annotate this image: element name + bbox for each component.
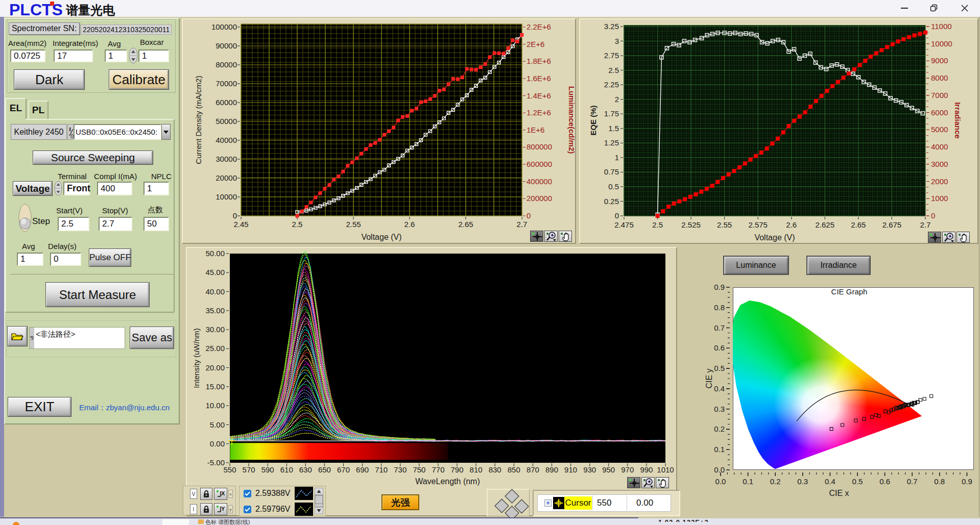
svg-text:45.00: 45.00 (205, 268, 225, 277)
svg-text:0.2: 0.2 (770, 477, 781, 486)
svg-text:0: 0 (615, 211, 619, 220)
svg-text:0.7: 0.7 (714, 323, 725, 332)
svg-text:1010: 1010 (657, 465, 674, 474)
svg-text:910: 910 (564, 465, 577, 474)
svg-text:7000: 7000 (931, 91, 948, 99)
svg-text:0.4: 0.4 (825, 477, 835, 486)
svg-text:0.7: 0.7 (907, 477, 918, 486)
svg-text:0.8: 0.8 (934, 477, 945, 486)
svg-text:3.25: 3.25 (604, 22, 619, 31)
svg-text:0: 0 (527, 211, 531, 220)
svg-text:0.6: 0.6 (714, 343, 725, 352)
svg-text:20000: 20000 (216, 173, 237, 182)
svg-text:2.5: 2.5 (292, 220, 303, 229)
svg-text:0.9: 0.9 (714, 283, 725, 291)
svg-text:2.2E+6: 2.2E+6 (527, 22, 551, 31)
svg-text:2.65: 2.65 (851, 220, 866, 229)
svg-text:CIE Graph: CIE Graph (831, 287, 868, 296)
svg-text:2000: 2000 (931, 177, 948, 186)
svg-text:X: X (221, 490, 225, 496)
svg-text:0.5: 0.5 (852, 477, 863, 486)
svg-text:0.00: 0.00 (210, 439, 225, 448)
svg-text:30000: 30000 (216, 155, 237, 163)
svg-text:790: 790 (450, 465, 463, 474)
svg-text:650: 650 (318, 465, 331, 474)
svg-text:2.55: 2.55 (717, 220, 732, 229)
svg-text:1: 1 (615, 153, 619, 162)
svg-text:810: 810 (470, 465, 483, 474)
svg-text:30.00: 30.00 (205, 325, 225, 334)
svg-text:2.5: 2.5 (608, 66, 619, 74)
svg-text:Voltage (V): Voltage (V) (361, 233, 401, 241)
svg-text:50000: 50000 (216, 117, 237, 126)
svg-text:35.00: 35.00 (205, 306, 225, 315)
svg-text:670: 670 (337, 465, 350, 474)
svg-text:2.625: 2.625 (816, 220, 835, 229)
svg-text:2.7: 2.7 (920, 220, 930, 229)
svg-text:90000: 90000 (216, 41, 237, 50)
svg-text:1.4E+6: 1.4E+6 (527, 91, 551, 100)
svg-text:4000: 4000 (931, 142, 948, 151)
svg-text:80000: 80000 (216, 60, 237, 69)
svg-text:2.6: 2.6 (404, 220, 415, 229)
svg-text:2.525: 2.525 (681, 220, 701, 229)
svg-text:730: 730 (394, 465, 407, 474)
svg-text:1000: 1000 (931, 194, 948, 203)
svg-text:2.7: 2.7 (517, 220, 528, 229)
svg-text:690: 690 (356, 465, 369, 474)
svg-text:0.3: 0.3 (714, 405, 725, 413)
svg-text:600000: 600000 (527, 160, 552, 168)
svg-text:20.00: 20.00 (205, 363, 225, 372)
svg-text:WaveLength (nm): WaveLength (nm) (415, 477, 480, 486)
svg-text:950: 950 (602, 465, 615, 474)
svg-text:15.00: 15.00 (205, 382, 225, 391)
svg-text:60000: 60000 (216, 98, 237, 107)
svg-text:Luminance(cd/m2): Luminance(cd/m2) (567, 86, 576, 154)
svg-text:EQE (%): EQE (%) (589, 105, 597, 135)
svg-text:970: 970 (621, 465, 634, 474)
svg-text:610: 610 (280, 465, 293, 474)
svg-text:I: I (69, 126, 71, 132)
svg-text:1E+6: 1E+6 (527, 126, 544, 134)
svg-text:2.25: 2.25 (604, 80, 619, 89)
svg-text:2.45: 2.45 (233, 220, 248, 229)
svg-text:10.00: 10.00 (205, 401, 225, 410)
svg-text:200000: 200000 (527, 194, 552, 203)
svg-text:0: 0 (233, 211, 237, 220)
svg-text:Current Density (mA/cm2): Current Density (mA/cm2) (194, 76, 203, 164)
svg-text:2.575: 2.575 (748, 220, 768, 229)
svg-text:890: 890 (545, 465, 558, 474)
svg-text:0.9: 0.9 (962, 477, 972, 486)
svg-text:CIE x: CIE x (829, 489, 849, 497)
svg-text:870: 870 (527, 465, 539, 474)
svg-text:Voltage (V): Voltage (V) (754, 233, 795, 242)
svg-text:0.75: 0.75 (604, 167, 619, 176)
svg-text:2.475: 2.475 (614, 220, 634, 229)
svg-text:5.00: 5.00 (210, 420, 225, 429)
svg-text:2.5: 2.5 (652, 220, 663, 229)
svg-text:630: 630 (299, 465, 312, 474)
svg-text:3000: 3000 (931, 160, 948, 168)
svg-text:1.2E+6: 1.2E+6 (527, 108, 551, 117)
svg-text:8000: 8000 (931, 73, 948, 82)
svg-text:0.6: 0.6 (879, 477, 890, 486)
svg-text:3: 3 (615, 37, 619, 45)
svg-text:0: 0 (931, 211, 935, 220)
svg-text:2.65: 2.65 (458, 220, 473, 229)
svg-text:0.3: 0.3 (797, 477, 808, 486)
svg-text:5000: 5000 (931, 125, 948, 134)
svg-text:-5.00: -5.00 (207, 458, 225, 467)
svg-text:1.75: 1.75 (604, 109, 619, 118)
svg-text:100000: 100000 (211, 22, 237, 31)
svg-text:550: 550 (223, 465, 236, 474)
svg-text:0.1: 0.1 (714, 445, 725, 454)
svg-text:0.25: 0.25 (604, 197, 619, 206)
svg-text:6000: 6000 (931, 108, 948, 117)
svg-text:40.00: 40.00 (205, 287, 225, 296)
svg-text:770: 770 (432, 465, 444, 474)
svg-text:1.8E+6: 1.8E+6 (527, 57, 551, 65)
svg-text:2E+6: 2E+6 (527, 40, 544, 48)
svg-text:Irradiance: Irradiance (953, 102, 962, 139)
svg-text:70000: 70000 (216, 79, 237, 88)
svg-text:0.5: 0.5 (608, 182, 619, 191)
